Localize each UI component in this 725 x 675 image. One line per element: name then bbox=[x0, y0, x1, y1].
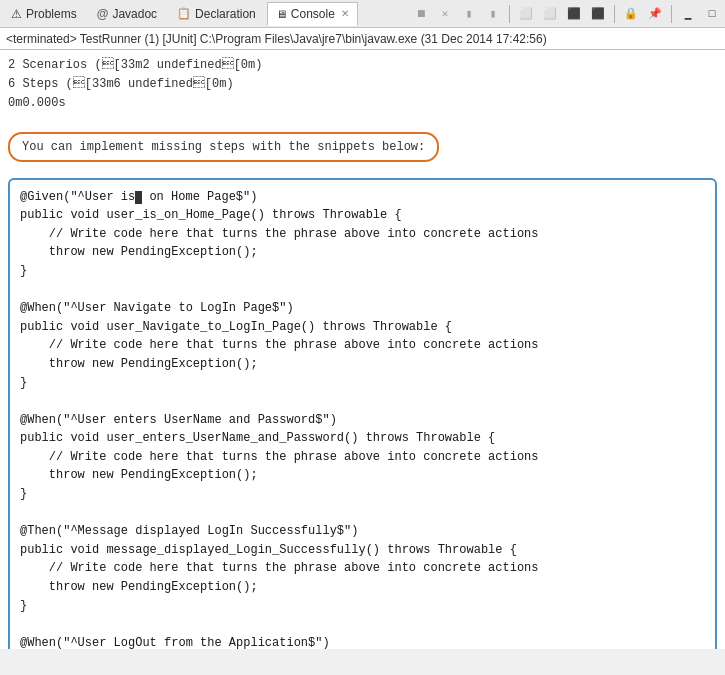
spacer-2 bbox=[8, 170, 717, 178]
pin-btn[interactable]: 📌 bbox=[644, 4, 666, 24]
snippet-hint: You can implement missing steps with the… bbox=[8, 132, 439, 162]
separator-2 bbox=[614, 5, 615, 23]
toolbar-btn-7[interactable]: ⬛ bbox=[563, 4, 585, 24]
spacer-1 bbox=[8, 114, 717, 122]
separator-3 bbox=[671, 5, 672, 23]
separator-1 bbox=[509, 5, 510, 23]
console-content[interactable]: 2 Scenarios ([33m2 undefined[0m) 6 Ste… bbox=[0, 50, 725, 649]
toolbar-btn-3[interactable]: ▮ bbox=[458, 4, 480, 24]
stats-time: 0m0.000s bbox=[8, 94, 717, 113]
tab-declaration[interactable]: 📋 Declaration bbox=[168, 2, 265, 26]
tab-javadoc-label: Javadoc bbox=[112, 7, 157, 21]
javadoc-icon: @ bbox=[97, 7, 109, 21]
code-block: @Given("^User is on Home Page$") public … bbox=[8, 178, 717, 649]
tab-console[interactable]: 🖥 Console ✕ bbox=[267, 2, 358, 26]
declaration-icon: 📋 bbox=[177, 7, 191, 20]
stats-scenarios: 2 Scenarios ([33m2 undefined[0m) bbox=[8, 56, 717, 75]
problems-icon: ⚠ bbox=[11, 7, 22, 21]
toolbar-btn-6[interactable]: ⬜ bbox=[539, 4, 561, 24]
given-annotation: @Given("^User is on Home Page$") public … bbox=[20, 190, 538, 649]
tab-javadoc[interactable]: @ Javadoc bbox=[88, 2, 166, 26]
tab-problems-label: Problems bbox=[26, 7, 77, 21]
minimize-btn[interactable]: ▁ bbox=[677, 4, 699, 24]
scroll-lock-btn[interactable]: 🔒 bbox=[620, 4, 642, 24]
close-icon[interactable]: ✕ bbox=[341, 8, 349, 19]
stats-steps: 6 Steps ([33m6 undefined[0m) bbox=[8, 75, 717, 94]
tab-bar: ⚠ Problems @ Javadoc 📋 Declaration 🖥 Con… bbox=[0, 0, 725, 28]
clear-console-btn[interactable]: ⏹ bbox=[410, 4, 432, 24]
status-text: <terminated> TestRunner (1) [JUnit] C:\P… bbox=[6, 32, 547, 46]
toolbar-btn-4[interactable]: ▮ bbox=[482, 4, 504, 24]
toolbar-btn-8[interactable]: ⬛ bbox=[587, 4, 609, 24]
console-wrapper: 2 Scenarios ([33m2 undefined[0m) 6 Ste… bbox=[0, 50, 725, 649]
tab-console-label: Console bbox=[291, 7, 335, 21]
console-icon: 🖥 bbox=[276, 8, 287, 20]
status-bar: <terminated> TestRunner (1) [JUnit] C:\P… bbox=[0, 28, 725, 50]
toolbar-btn-5[interactable]: ⬜ bbox=[515, 4, 537, 24]
tab-problems[interactable]: ⚠ Problems bbox=[2, 2, 86, 26]
stop-btn[interactable]: ✕ bbox=[434, 4, 456, 24]
tab-declaration-label: Declaration bbox=[195, 7, 256, 21]
maximize-btn[interactable]: □ bbox=[701, 4, 723, 24]
